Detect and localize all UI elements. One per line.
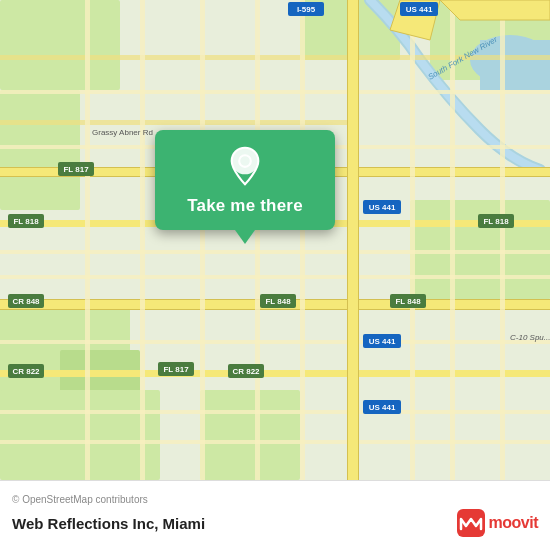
moovit-brand-name: moovit [489, 514, 538, 532]
svg-rect-8 [0, 390, 160, 480]
svg-rect-34 [200, 0, 205, 480]
svg-rect-39 [500, 0, 505, 480]
svg-rect-24 [0, 250, 550, 254]
svg-text:CR 848: CR 848 [12, 297, 40, 306]
svg-text:Grassy Abner Rd: Grassy Abner Rd [92, 128, 153, 137]
svg-text:US 441: US 441 [406, 5, 433, 14]
map-container[interactable]: FL 817 FL 817 FL 818 FL 818 CR 848 FL 84… [0, 0, 550, 480]
svg-rect-37 [410, 0, 415, 480]
svg-text:FL 818: FL 818 [483, 217, 509, 226]
svg-rect-26 [0, 340, 550, 344]
svg-text:US 441: US 441 [369, 403, 396, 412]
map-background: FL 817 FL 817 FL 818 FL 818 CR 848 FL 84… [0, 0, 550, 480]
svg-rect-1 [0, 0, 120, 90]
svg-text:CR 822: CR 822 [12, 367, 40, 376]
svg-text:FL 848: FL 848 [395, 297, 421, 306]
svg-text:US 441: US 441 [369, 337, 396, 346]
svg-text:FL 848: FL 848 [265, 297, 291, 306]
svg-rect-32 [85, 0, 90, 480]
svg-text:FL 817: FL 817 [63, 165, 89, 174]
svg-rect-30 [347, 0, 348, 480]
popup-card: Take me there [155, 130, 335, 230]
svg-text:CR 822: CR 822 [232, 367, 260, 376]
svg-rect-11 [480, 40, 550, 90]
take-me-there-button[interactable]: Take me there [187, 196, 303, 216]
moovit-icon [457, 509, 485, 537]
svg-rect-2 [0, 90, 80, 210]
svg-rect-33 [140, 0, 145, 480]
svg-rect-21 [0, 370, 550, 377]
svg-rect-31 [358, 0, 359, 480]
svg-rect-20 [0, 309, 550, 310]
svg-text:I-595: I-595 [297, 5, 316, 14]
location-pin-icon [225, 146, 265, 186]
map-attribution: © OpenStreetMap contributors [12, 494, 538, 505]
svg-text:FL 817: FL 817 [163, 365, 189, 374]
place-name: Web Reflections Inc, Miami [12, 515, 205, 532]
bottom-bar: © OpenStreetMap contributors Web Reflect… [0, 480, 550, 550]
svg-rect-36 [300, 0, 305, 480]
svg-text:C-10 Spu...: C-10 Spu... [510, 333, 550, 342]
svg-rect-25 [0, 275, 550, 279]
svg-rect-22 [0, 90, 550, 94]
svg-text:FL 818: FL 818 [13, 217, 39, 226]
svg-rect-27 [0, 410, 550, 414]
moovit-logo: moovit [457, 509, 538, 537]
svg-rect-13 [0, 120, 350, 125]
svg-rect-35 [255, 0, 260, 480]
svg-text:US 441: US 441 [369, 203, 396, 212]
svg-rect-28 [0, 440, 550, 444]
svg-rect-29 [348, 0, 358, 480]
svg-rect-38 [450, 0, 455, 480]
svg-rect-9 [200, 390, 300, 480]
